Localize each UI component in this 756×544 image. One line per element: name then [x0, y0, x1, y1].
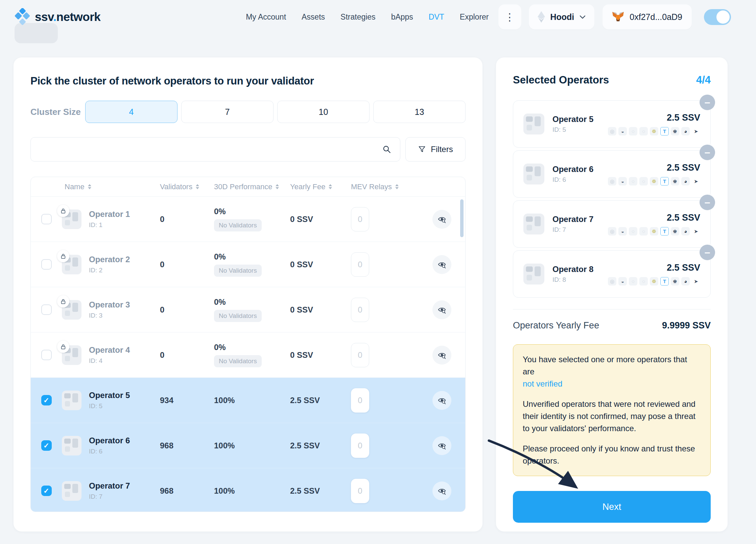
next-button[interactable]: Next	[513, 491, 711, 523]
eye-explorer-icon	[438, 260, 446, 269]
operator-logo	[62, 436, 81, 455]
performance-value: 100%	[214, 486, 235, 496]
cluster-size-row: Cluster Size 4 7 10 13	[30, 101, 466, 123]
mev-relay-crown-icon: ♚	[671, 127, 679, 135]
row-checkbox[interactable]	[41, 214, 52, 224]
network-selector[interactable]: Hoodi	[529, 4, 595, 29]
nav-item-dvt[interactable]: DVT	[429, 13, 444, 22]
theme-toggle[interactable]	[704, 9, 731, 25]
wallet-button[interactable]: 0xf27d...0aD9	[603, 4, 692, 29]
column-header-performance[interactable]: 30D Performance	[214, 182, 290, 191]
operator-id: ID: 4	[89, 357, 130, 365]
table-scrollbar-thumb[interactable]	[460, 199, 464, 237]
validators-count: 0	[160, 305, 214, 315]
search-input[interactable]	[40, 145, 382, 154]
ssv-network-logo[interactable]: ssv.network	[15, 8, 100, 26]
row-checkbox[interactable]	[41, 304, 52, 315]
table-row-operator-2[interactable]: Operator 2 ID: 2 0 0% No Validators 0 SS…	[31, 242, 465, 287]
mev-relays-count[interactable]: 0	[351, 479, 369, 503]
chevron-down-icon	[580, 15, 586, 19]
mev-relays-count[interactable]: 0	[351, 252, 369, 277]
view-operator-button[interactable]	[432, 436, 451, 455]
performance-value: 0%	[214, 207, 226, 216]
operator-name: Operator 5	[552, 115, 593, 124]
nav-item-strategies[interactable]: Strategies	[340, 13, 376, 22]
view-operator-button[interactable]	[432, 300, 451, 319]
mev-relay-crown-icon: ♚	[671, 227, 679, 236]
operator-name: Operator 7	[89, 481, 130, 491]
no-validators-badge: No Validators	[214, 355, 262, 367]
nav-item-my-account[interactable]: My Account	[246, 13, 286, 22]
filters-button[interactable]: Filters	[405, 137, 466, 162]
not-verified-link[interactable]: not verified	[523, 379, 562, 388]
table-row-operator-7[interactable]: ✓ Operator 7 ID: 7 968 100% 2.5 SSV 0	[31, 468, 465, 512]
table-row-operator-4[interactable]: Operator 4 ID: 4 0 0% No Validators 0 SS…	[31, 332, 465, 378]
table-row-operator-3[interactable]: Operator 3 ID: 3 0 0% No Validators 0 SS…	[31, 287, 465, 332]
table-row-operator-5[interactable]: ✓ Operator 5 ID: 5 934 100% 2.5 SSV 0	[31, 378, 465, 423]
remove-operator-button[interactable]: –	[700, 145, 715, 160]
sort-icon	[88, 184, 91, 189]
yearly-fee-value: 9.9999 SSV	[662, 320, 711, 331]
more-menu-button[interactable]: ⋮	[498, 4, 521, 29]
operator-fee: 2.5 SSV	[667, 113, 700, 123]
funnel-icon	[418, 145, 426, 153]
operator-fee: 2.5 SSV	[667, 213, 700, 223]
mev-relays-count[interactable]: 0	[351, 388, 369, 413]
column-header-validators[interactable]: Validators	[160, 182, 214, 191]
row-checkbox[interactable]: ✓	[41, 486, 52, 496]
mev-relay-agnostic-icon: ◒	[618, 127, 627, 135]
row-checkbox[interactable]	[41, 350, 52, 360]
cluster-size-10-button[interactable]: 10	[277, 101, 370, 123]
column-header-mev-relays[interactable]: MEV Relays	[351, 182, 419, 191]
mev-relays-count[interactable]: 0	[351, 434, 369, 458]
yearly-fee-value: 0 SSV	[290, 215, 351, 224]
nav-item-assets[interactable]: Assets	[302, 13, 325, 22]
table-row-operator-6[interactable]: ✓ Operator 6 ID: 6 968 100% 2.5 SSV 0	[31, 423, 465, 468]
operator-name: Operator 6	[89, 436, 130, 446]
search-box[interactable]	[30, 137, 400, 162]
cluster-size-13-button[interactable]: 13	[373, 101, 466, 123]
column-header-yearly-fee[interactable]: Yearly Fee	[290, 182, 351, 191]
operator-id: ID: 2	[89, 267, 130, 274]
view-operator-button[interactable]	[432, 346, 451, 365]
cluster-size-4-button[interactable]: 4	[85, 101, 178, 123]
operator-logo	[62, 209, 81, 229]
selected-operators-title: Selected Operators	[513, 74, 609, 86]
mev-relays-count[interactable]: 0	[351, 343, 369, 367]
operator-logo	[523, 214, 544, 234]
table-row-operator-1[interactable]: Operator 1 ID: 1 0 0% No Validators 0 SS…	[31, 197, 465, 242]
row-checkbox[interactable]: ✓	[41, 395, 52, 405]
mev-relays-count[interactable]: 0	[351, 298, 369, 322]
view-operator-button[interactable]	[432, 210, 451, 229]
view-operator-button[interactable]	[432, 255, 451, 274]
mev-relay-swirl-1-icon: ◌	[629, 127, 637, 135]
column-header-name[interactable]: Name	[62, 182, 160, 191]
row-checkbox[interactable]: ✓	[41, 440, 52, 451]
mev-relay-swirl-2-icon: ◌	[639, 127, 648, 135]
selected-operator-card-operator-7: – Operator 7 ID: 7 2.5 SSV ◎◒◌◌❁T♚◕➤	[513, 200, 711, 248]
validators-count: 0	[160, 350, 214, 360]
nav-item-explorer[interactable]: Explorer	[460, 13, 489, 22]
mev-relay-titan-icon: T	[660, 277, 669, 286]
mev-relay-swirl-1-icon: ◌	[629, 227, 637, 236]
yearly-fee-value: 0 SSV	[290, 305, 351, 315]
remove-operator-button[interactable]: –	[700, 195, 715, 210]
lock-icon	[57, 250, 69, 262]
row-checkbox[interactable]	[41, 259, 52, 270]
remove-operator-button[interactable]: –	[700, 245, 715, 260]
view-operator-button[interactable]	[432, 481, 451, 500]
eye-explorer-icon	[438, 441, 446, 450]
mev-relays-count[interactable]: 0	[351, 207, 369, 231]
wallet-address: 0xf27d...0aD9	[630, 12, 682, 22]
remove-operator-button[interactable]: –	[700, 95, 715, 110]
nav-item-bapps[interactable]: bApps	[391, 13, 413, 22]
performance-value: 100%	[214, 396, 235, 405]
operator-name: Operator 3	[89, 300, 130, 310]
operator-id: ID: 7	[552, 226, 593, 233]
operator-logo	[62, 255, 81, 274]
yearly-fee-value: 2.5 SSV	[290, 396, 351, 405]
view-operator-button[interactable]	[432, 391, 451, 410]
cluster-size-7-button[interactable]: 7	[181, 101, 274, 123]
selected-operators-count: 4/4	[696, 74, 711, 86]
lock-icon	[57, 205, 69, 217]
